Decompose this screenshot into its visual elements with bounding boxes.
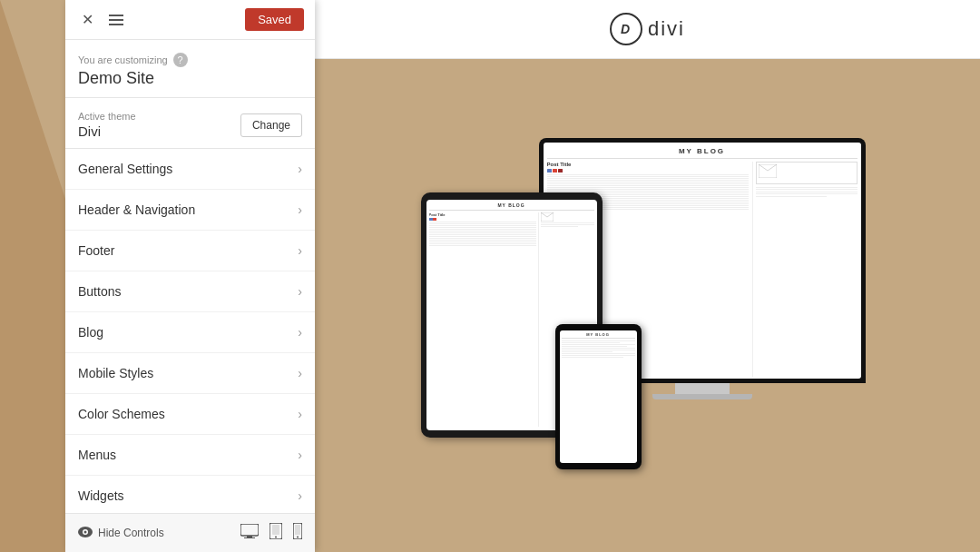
phone-mockup: MY BLOG [555,324,642,469]
device-mockups: MY BLOG Post Title [421,138,875,474]
customizing-section: You are customizing ? Demo Site [65,40,315,98]
menu-item-label: Footer [78,243,114,258]
svg-line-66 [547,212,554,217]
chevron-right-icon: › [298,488,302,503]
change-theme-button[interactable]: Change [240,113,302,137]
divi-logo: D divi [610,13,685,45]
menu-item-buttons[interactable]: Buttons › [65,271,315,312]
divi-logo-circle: D [610,13,642,45]
customizing-label: You are customizing ? [78,53,302,67]
svg-rect-52 [240,524,259,536]
eye-icon [78,527,93,540]
menu-item-label: General Settings [78,162,172,176]
svg-rect-60 [295,525,300,535]
customizer-panel: ✕ Saved You are customizing ? Demo Site … [65,0,315,552]
menu-item-footer[interactable]: Footer › [65,231,315,271]
hide-controls-label: Hide Controls [98,527,164,539]
svg-point-59 [297,537,299,538]
svg-rect-54 [244,537,255,538]
svg-rect-57 [272,525,279,535]
phone-view-button[interactable] [293,523,302,543]
divi-header: D divi [315,0,980,59]
reorder-button[interactable] [105,9,127,31]
chevron-right-icon: › [298,407,302,421]
chevron-right-icon: › [298,284,302,299]
saved-button[interactable]: Saved [245,8,304,31]
menu-item-blog[interactable]: Blog › [65,312,315,353]
chevron-right-icon: › [298,325,302,340]
site-name: Demo Site [78,69,302,88]
svg-rect-47 [109,19,123,21]
chevron-right-icon: › [298,202,302,217]
menu-item-general-settings[interactable]: General Settings › [65,149,315,190]
svg-line-62 [759,164,768,171]
menu-item-mobile-styles[interactable]: Mobile Styles › [65,353,315,394]
hide-controls-button[interactable]: Hide Controls [78,527,164,540]
chevron-right-icon: › [298,162,302,176]
divi-logo-text: divi [648,17,685,41]
menu-item-label: Header & Navigation [78,202,195,217]
svg-rect-48 [109,24,123,25]
desktop-view-button[interactable] [240,523,259,543]
bottom-icons [240,523,302,543]
svg-point-56 [275,537,277,538]
theme-name: Divi [78,123,136,139]
customizing-text: You are customizing [78,54,168,65]
svg-rect-53 [247,536,252,537]
panel-header: ✕ Saved [65,0,315,40]
chevron-right-icon: › [298,366,302,380]
panel-header-left: ✕ [76,9,127,31]
preview-area: D divi MY BLOG Post Title [315,0,980,552]
svg-point-51 [84,530,87,533]
menu-list: General Settings › Header & Navigation ›… [65,149,315,513]
close-button[interactable]: ✕ [76,9,98,31]
svg-rect-46 [109,15,123,16]
menu-item-widgets[interactable]: Widgets › [65,476,315,513]
preview-content: MY BLOG Post Title [315,59,980,552]
menu-item-label: Widgets [78,488,124,503]
menu-item-label: Buttons [78,284,121,299]
chevron-right-icon: › [298,243,302,258]
bottom-bar: Hide Controls [65,513,315,552]
menu-item-label: Color Schemes [78,407,165,421]
theme-section: Active theme Divi Change [65,98,315,149]
chevron-right-icon: › [298,448,302,462]
svg-line-65 [541,212,547,217]
theme-label: Active theme [78,111,136,122]
menu-item-header-and-navigation[interactable]: Header & Navigation › [65,190,315,231]
menu-item-label: Blog [78,325,103,340]
menu-item-menus[interactable]: Menus › [65,435,315,476]
menu-item-label: Menus [78,448,116,462]
menu-item-label: Mobile Styles [78,366,153,380]
menu-item-color-schemes[interactable]: Color Schemes › [65,394,315,435]
tablet-view-button[interactable] [270,523,282,543]
svg-line-63 [768,164,777,171]
help-icon[interactable]: ? [173,53,188,67]
